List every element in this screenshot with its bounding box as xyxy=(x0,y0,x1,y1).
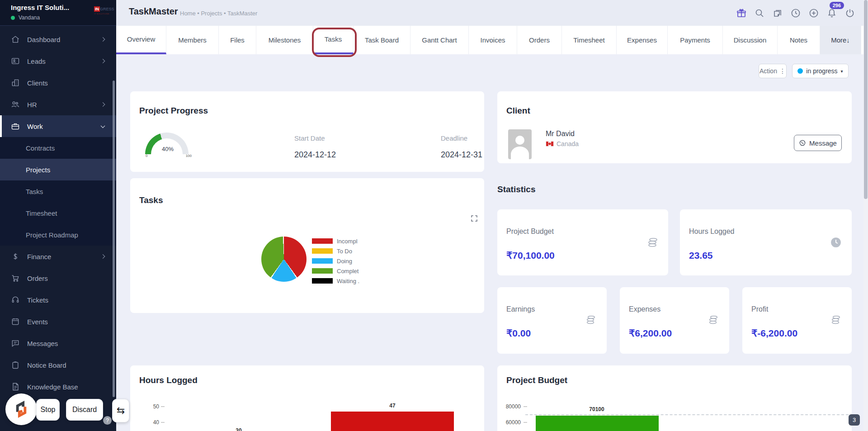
project-progress-card: Project Progress 40% 0 100 Start Date 20… xyxy=(130,91,484,172)
tasks-pie-legend: Incompl To Do Doing Complet Waiting . xyxy=(312,236,359,286)
client-card: Client Mr David Canada Message xyxy=(497,91,852,163)
tab-orders[interactable]: Orders xyxy=(517,26,562,54)
coins-icon xyxy=(708,314,720,327)
tab-timesheet[interactable]: Timesheet xyxy=(562,26,617,54)
power-icon[interactable] xyxy=(844,8,855,19)
tab-payments[interactable]: Payments xyxy=(668,26,723,54)
tab-overview[interactable]: Overview xyxy=(116,26,166,54)
start-date-value: 2024-12-12 xyxy=(294,150,336,160)
tab-milestones[interactable]: Milestones xyxy=(256,26,313,54)
sidebar-item-notice-board[interactable]: Notice Board xyxy=(0,354,116,376)
tab-task-board[interactable]: Task Board xyxy=(354,26,410,54)
tasks-pie-chart xyxy=(261,237,307,282)
tab-more[interactable]: More↓ xyxy=(820,26,861,54)
bell-icon[interactable] xyxy=(826,8,837,19)
sidebar-subitem-tasks[interactable]: Tasks xyxy=(0,180,116,202)
tab-discussion[interactable]: Discussion xyxy=(723,26,778,54)
tab-files[interactable]: Files xyxy=(219,26,256,54)
coins-icon xyxy=(646,237,659,249)
sidebar-header: Ingress IT Soluti... Vandana INGRESS IT … xyxy=(0,0,116,26)
message-button[interactable]: Message xyxy=(794,135,842,151)
home-icon xyxy=(11,35,20,44)
chevron-right-icon xyxy=(101,102,105,107)
plus-circle-icon[interactable] xyxy=(808,8,819,19)
status-dropdown[interactable]: in progress ▾ xyxy=(792,64,849,78)
legend-swatch-completed xyxy=(312,268,333,274)
stat-card-earnings: Earnings ₹0.00 xyxy=(497,287,607,354)
help-icon[interactable]: ? xyxy=(103,416,112,425)
breadcrumb: Home • Projects • TaskMaster xyxy=(180,10,257,17)
start-date-label: Start Date xyxy=(294,134,325,142)
progress-gauge: 40% 0 100 xyxy=(143,130,193,158)
coins-icon xyxy=(585,314,598,327)
notification-count-badge: 296 xyxy=(830,2,844,9)
sidebar-item-events[interactable]: Events xyxy=(0,311,116,332)
tab-tasks[interactable]: Tasks xyxy=(313,26,354,54)
y-axis-tick: 40 xyxy=(138,419,159,426)
page-title: TaskMaster xyxy=(129,6,178,17)
ingress-g-icon xyxy=(12,400,30,418)
building-icon xyxy=(11,78,20,87)
user-status: Vandana xyxy=(11,14,40,21)
sidebar-item-dashboard[interactable]: Dashboard xyxy=(0,28,116,50)
tab-members[interactable]: Members xyxy=(166,26,219,54)
sidebar-subitem-contracts[interactable]: Contracts xyxy=(0,137,116,159)
page-scrollbar[interactable] xyxy=(863,0,868,431)
sidebar-item-clients[interactable]: Clients xyxy=(0,72,116,94)
page-count-badge: 3 xyxy=(849,414,860,426)
canada-flag-icon xyxy=(546,141,554,147)
sidebar-item-leads[interactable]: Leads xyxy=(0,50,116,72)
gift-icon[interactable] xyxy=(736,8,747,19)
main-content: Action ⋮ in progress ▾ Project Progress … xyxy=(116,54,863,431)
tasks-chart-card: Tasks Incompl To Do Doing Complet Waitin… xyxy=(130,178,484,313)
search-icon[interactable] xyxy=(754,8,765,19)
sidebar-item-orders[interactable]: Orders xyxy=(0,267,116,289)
sidebar-item-tickets[interactable]: Tickets xyxy=(0,289,116,311)
swap-button[interactable]: ⇆ xyxy=(112,399,129,422)
whatsapp-icon xyxy=(799,139,806,147)
chevron-right-icon xyxy=(101,59,105,63)
sidebar-subitem-timesheet[interactable]: Timesheet xyxy=(0,202,116,224)
chevron-right-icon xyxy=(101,37,105,42)
sidebar-item-hr[interactable]: HR xyxy=(0,94,116,115)
hours-logged-bar[interactable] xyxy=(331,412,454,431)
swap-arrows-icon: ⇆ xyxy=(117,405,125,417)
client-country: Canada xyxy=(546,140,579,147)
tab-gantt-chart[interactable]: Gantt Chart xyxy=(410,26,469,54)
fullscreen-expand-icon[interactable] xyxy=(470,214,478,223)
stop-button[interactable]: Stop xyxy=(36,399,60,421)
legend-item: Doing xyxy=(312,256,359,266)
tab-notes[interactable]: Notes xyxy=(778,26,820,54)
sidebar-subitem-project-roadmap[interactable]: Project Roadmap xyxy=(0,224,116,246)
client-avatar xyxy=(508,129,532,159)
stat-card-profit: Profit ₹-6,200.00 xyxy=(742,287,852,354)
notes-icon[interactable] xyxy=(772,8,783,19)
bar-value-label: 30 xyxy=(216,427,261,431)
legend-swatch-waiting xyxy=(312,278,333,284)
chevron-down-icon xyxy=(101,123,105,128)
tab-invoices[interactable]: Invoices xyxy=(469,26,517,54)
sidebar-item-messages[interactable]: Messages xyxy=(0,332,116,354)
action-button[interactable]: Action ⋮ xyxy=(759,64,787,78)
user-name: Vandana xyxy=(19,14,40,21)
sidebar-item-finance[interactable]: Finance xyxy=(0,246,116,267)
legend-swatch-todo xyxy=(312,248,333,254)
document-icon xyxy=(11,382,20,391)
sidebar-scrollbar[interactable] xyxy=(113,81,115,397)
discard-button[interactable]: Discard xyxy=(66,399,103,421)
client-name: Mr David xyxy=(546,130,575,138)
sidebar: Ingress IT Soluti... Vandana INGRESS IT … xyxy=(0,0,116,431)
page-scrollbar-thumb[interactable] xyxy=(864,0,868,199)
sidebar-item-work[interactable]: Work xyxy=(0,115,116,137)
legend-item: Incompl xyxy=(312,236,359,246)
clock-icon[interactable] xyxy=(790,8,801,19)
tab-expenses[interactable]: Expenses xyxy=(617,26,668,54)
project-budget-chart-title: Project Budget xyxy=(506,375,567,385)
user-card-icon xyxy=(11,57,20,66)
legend-item: Complet xyxy=(312,266,359,276)
sidebar-subitem-projects[interactable]: Projects xyxy=(0,159,116,180)
assistant-logo-button[interactable] xyxy=(5,393,37,425)
project-budget-bar[interactable] xyxy=(536,416,659,431)
project-budget-chart-card: Project Budget 80000 60000 70100 xyxy=(497,365,852,431)
deadline-label: Deadline xyxy=(441,134,467,142)
